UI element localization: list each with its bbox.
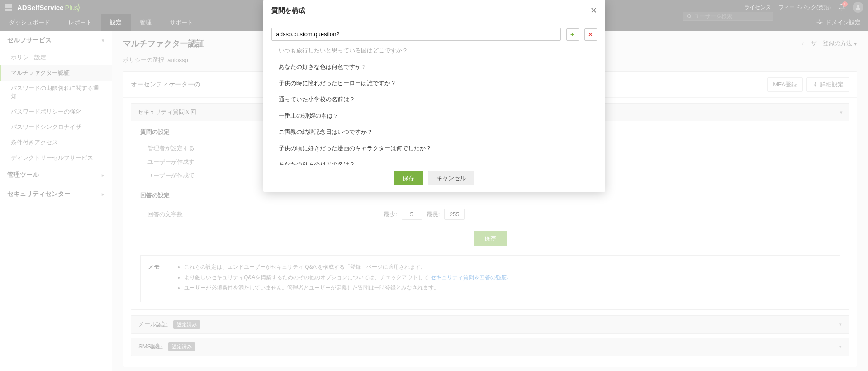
question-item[interactable]: いつも旅行したいと思っている国はどこですか？: [271, 43, 597, 59]
modal-title: 質問を構成: [271, 6, 305, 15]
question-input[interactable]: [271, 28, 561, 41]
remove-question-button[interactable]: ×: [584, 28, 597, 41]
question-item[interactable]: ご両親の結婚記念日はいつですか？: [271, 124, 597, 140]
question-item[interactable]: 一番上の甥/姪の名は？: [271, 108, 597, 124]
modal-cancel-button[interactable]: キャンセル: [428, 171, 474, 186]
question-item[interactable]: 子供の時に憧れだったヒーローは誰ですか？: [271, 75, 597, 91]
question-list: いつも旅行したいと思っている国はどこですか？ あなたの好きな色は何色ですか？ 子…: [271, 43, 597, 165]
question-item[interactable]: 子供の頃に好きだった漫画のキャラクターは何でしたか？: [271, 140, 597, 157]
modal-close-button[interactable]: ✕: [590, 5, 597, 15]
add-question-button[interactable]: +: [566, 28, 579, 41]
modal-save-button[interactable]: 保存: [394, 171, 423, 186]
compose-question-modal: 質問を構成 ✕ + × いつも旅行したいと思っている国はどこですか？ あなたの好…: [263, 0, 605, 192]
question-item[interactable]: あなたの母方の祖母の名は？: [271, 157, 597, 165]
question-item[interactable]: あなたの好きな色は何色ですか？: [271, 59, 597, 75]
question-item[interactable]: 通っていた小学校の名前は？: [271, 91, 597, 108]
